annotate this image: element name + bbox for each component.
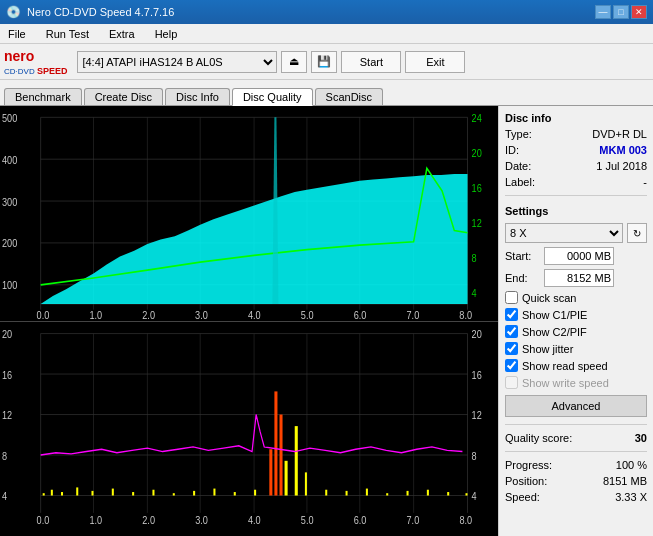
svg-text:12: 12 [472, 410, 482, 422]
svg-text:500: 500 [2, 112, 17, 124]
quick-scan-label: Quick scan [522, 292, 576, 304]
tab-scan-disc[interactable]: ScanDisc [315, 88, 383, 105]
svg-rect-78 [173, 493, 175, 495]
svg-rect-96 [465, 493, 467, 495]
toolbar: nero CD·DVD SPEED [4:4] ATAPI iHAS124 B … [0, 44, 653, 80]
svg-rect-82 [254, 490, 256, 496]
show-write-speed-row: Show write speed [505, 376, 647, 389]
svg-rect-84 [274, 391, 277, 495]
show-c1-pie-row: Show C1/PIE [505, 308, 647, 321]
title-bar-text: Nero CD-DVD Speed 4.7.7.16 [27, 6, 174, 18]
speed-display-label: Speed: [505, 491, 540, 503]
svg-text:6.0: 6.0 [354, 309, 367, 321]
svg-text:1.0: 1.0 [89, 515, 102, 527]
svg-rect-70 [43, 493, 45, 495]
start-button[interactable]: Start [341, 51, 401, 73]
menu-extra[interactable]: Extra [105, 27, 139, 41]
show-write-speed-label: Show write speed [522, 377, 609, 389]
close-button[interactable]: ✕ [631, 5, 647, 19]
quality-score-label: Quality score: [505, 432, 572, 444]
speed-row: 8 X 4 X 2 X Max ↻ [505, 223, 647, 243]
speed-display-value: 3.33 X [615, 491, 647, 503]
tab-disc-quality[interactable]: Disc Quality [232, 88, 313, 106]
show-jitter-row: Show jitter [505, 342, 647, 355]
right-panel: Disc info Type: DVD+R DL ID: MKM 003 Dat… [498, 106, 653, 536]
menu-bar: File Run Test Extra Help [0, 24, 653, 44]
logo: nero CD·DVD SPEED [4, 48, 67, 76]
refresh-button[interactable]: ↻ [627, 223, 647, 243]
svg-text:12: 12 [472, 218, 482, 230]
drive-select[interactable]: [4:4] ATAPI iHAS124 B AL0S [77, 51, 277, 73]
svg-rect-92 [386, 493, 388, 495]
speed-select[interactable]: 8 X 4 X 2 X Max [505, 223, 623, 243]
svg-rect-80 [213, 489, 215, 496]
svg-text:200: 200 [2, 238, 17, 250]
svg-rect-77 [152, 490, 154, 496]
svg-rect-87 [295, 426, 298, 495]
disc-date-row: Date: 1 Jul 2018 [505, 160, 647, 172]
svg-text:300: 300 [2, 196, 17, 208]
svg-rect-81 [234, 492, 236, 495]
svg-text:5.0: 5.0 [301, 309, 314, 321]
show-c1-pie-checkbox[interactable] [505, 308, 518, 321]
start-input[interactable] [544, 247, 614, 265]
show-read-speed-checkbox[interactable] [505, 359, 518, 372]
save-button[interactable]: 💾 [311, 51, 337, 73]
disc-date-label: Date: [505, 160, 531, 172]
show-c2-pif-label: Show C2/PIF [522, 326, 587, 338]
chart-top-svg: 500 400 300 200 100 24 20 16 12 8 4 0.0 … [0, 106, 498, 321]
menu-help[interactable]: Help [151, 27, 182, 41]
show-jitter-checkbox[interactable] [505, 342, 518, 355]
chart-bottom-svg: 20 16 12 8 4 20 16 12 8 4 0.0 1.0 2.0 3.… [0, 322, 498, 536]
menu-file[interactable]: File [4, 27, 30, 41]
eject-button[interactable]: ⏏ [281, 51, 307, 73]
svg-rect-85 [279, 415, 282, 496]
chart-area: 500 400 300 200 100 24 20 16 12 8 4 0.0 … [0, 106, 498, 536]
menu-run-test[interactable]: Run Test [42, 27, 93, 41]
show-write-speed-checkbox[interactable] [505, 376, 518, 389]
title-bar: 💿 Nero CD-DVD Speed 4.7.7.16 — □ ✕ [0, 0, 653, 24]
svg-text:4.0: 4.0 [248, 309, 261, 321]
svg-text:4.0: 4.0 [248, 515, 261, 527]
minimize-button[interactable]: — [595, 5, 611, 19]
svg-text:0.0: 0.0 [37, 309, 50, 321]
svg-text:7.0: 7.0 [407, 515, 420, 527]
position-row: Position: 8151 MB [505, 475, 647, 487]
advanced-button[interactable]: Advanced [505, 395, 647, 417]
svg-text:100: 100 [2, 280, 17, 292]
svg-rect-73 [76, 487, 78, 495]
svg-rect-76 [132, 492, 134, 495]
show-c2-pif-row: Show C2/PIF [505, 325, 647, 338]
tab-benchmark[interactable]: Benchmark [4, 88, 82, 105]
svg-rect-72 [61, 492, 63, 495]
svg-text:8: 8 [472, 253, 477, 265]
svg-text:400: 400 [2, 154, 17, 166]
svg-text:8: 8 [472, 450, 478, 462]
tab-create-disc[interactable]: Create Disc [84, 88, 163, 105]
chart-bottom: 20 16 12 8 4 20 16 12 8 4 0.0 1.0 2.0 3.… [0, 321, 498, 536]
disc-type-label: Type: [505, 128, 532, 140]
disc-type-row: Type: DVD+R DL [505, 128, 647, 140]
svg-text:20: 20 [2, 329, 13, 341]
tab-bar: Benchmark Create Disc Disc Info Disc Qua… [0, 80, 653, 106]
disc-label-value: - [643, 176, 647, 188]
maximize-button[interactable]: □ [613, 5, 629, 19]
svg-rect-91 [366, 489, 368, 496]
svg-text:12: 12 [2, 410, 12, 422]
disc-label-label: Label: [505, 176, 535, 188]
svg-text:24: 24 [472, 112, 483, 124]
svg-rect-94 [427, 490, 429, 496]
end-input[interactable] [544, 269, 614, 287]
show-c2-pif-checkbox[interactable] [505, 325, 518, 338]
quick-scan-checkbox[interactable] [505, 291, 518, 304]
svg-text:8: 8 [2, 450, 8, 462]
svg-rect-90 [346, 491, 348, 496]
svg-text:5.0: 5.0 [301, 515, 314, 527]
svg-text:16: 16 [472, 183, 482, 195]
speed-display-row: Speed: 3.33 X [505, 491, 647, 503]
progress-value: 100 % [616, 459, 647, 471]
svg-text:20: 20 [472, 147, 482, 159]
tab-disc-info[interactable]: Disc Info [165, 88, 230, 105]
exit-button[interactable]: Exit [405, 51, 465, 73]
svg-text:20: 20 [472, 329, 483, 341]
